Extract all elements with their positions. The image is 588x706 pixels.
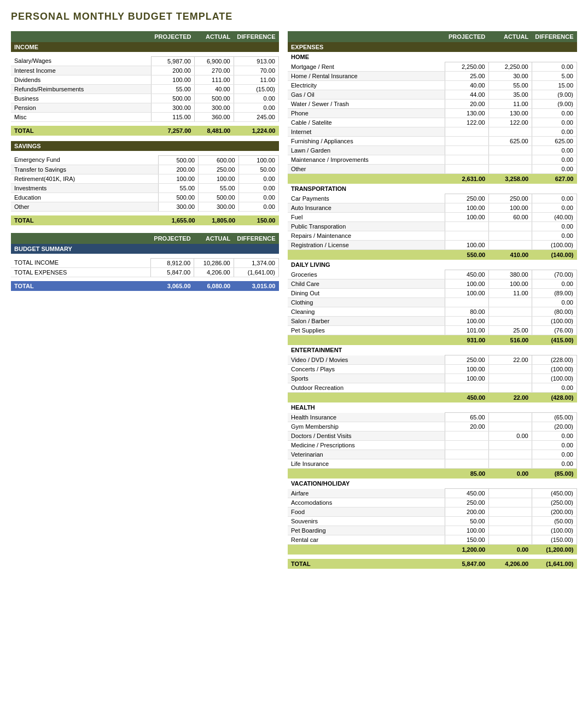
income-label-salary: Salary/Wages — [11, 56, 151, 66]
income-projected-salary[interactable]: 5,987.00 — [151, 56, 194, 66]
income-row-salary: Salary/Wages 5,987.00 6,900.00 913.00 — [11, 56, 279, 66]
summary-total-income-row: TOTAL INCOME 8,912.00 10,286.00 1,374.00 — [11, 258, 279, 267]
income-diff-salary: 913.00 — [234, 56, 278, 66]
savings-row-education: Education 500.00 500.00 0.00 — [11, 192, 279, 202]
expenses-section-label: EXPENSES — [288, 42, 577, 52]
entertainment-subsection: ENTERTAINMENT — [288, 345, 577, 355]
income-row-business: Business 500.00 500.00 0.00 — [11, 94, 279, 103]
income-col-projected: PROJECTED — [151, 31, 194, 42]
income-row-misc: Misc 115.00 360.00 245.00 — [11, 112, 279, 121]
savings-row-emergency: Emergency Fund 500.00 600.00 100.00 — [11, 155, 279, 165]
income-total-row: TOTAL 7,257.00 8,481.00 1,224.00 — [11, 126, 279, 136]
income-row-interest: Interest Income 200.00 270.00 70.00 — [11, 66, 279, 75]
expenses-table: PROJECTED ACTUAL DIFFERENCE EXPENSES HOM… — [288, 31, 577, 569]
income-row-pension: Pension 300.00 300.00 0.00 — [11, 103, 279, 112]
expenses-grand-total-row: TOTAL 5,847.00 4,206.00 (1,641.00) — [288, 559, 577, 569]
income-table: PROJECTED ACTUAL DIFFERENCE INCOME Salar… — [11, 31, 279, 136]
summary-grand-total-row: TOTAL 3,065.00 6,080.00 3,015.00 — [11, 281, 279, 291]
income-col-difference: DIFFERENCE — [234, 31, 278, 42]
savings-row-transfer: Transfer to Savings 200.00 250.00 50.00 — [11, 165, 279, 174]
savings-table: SAVINGS Emergency Fund 500.00 600.00 100… — [11, 141, 279, 225]
savings-total-row: TOTAL 1,655.00 1,805.00 150.00 — [11, 215, 279, 225]
page-title: PERSONAL MONTHLY BUDGET TEMPLATE — [11, 11, 577, 22]
vacation-total-row: 1,200.00 0.00 (1,200.00) — [288, 545, 577, 555]
vacation-subsection: VACATION/HOLIDAY — [288, 479, 577, 489]
transportation-subsection: TRANSPORTATION — [288, 184, 577, 194]
health-total-row: 85.00 0.00 (85.00) — [288, 469, 577, 479]
budget-summary-table: PROJECTED ACTUAL DIFFERENCE BUDGET SUMMA… — [11, 233, 279, 291]
income-row-refunds: Refunds/Reimbursements 55.00 40.00 (15.0… — [11, 84, 279, 94]
daily-living-total-row: 931.00 516.00 (415.00) — [288, 335, 577, 346]
savings-section-label: SAVINGS — [11, 141, 279, 151]
income-section-label: INCOME — [11, 42, 279, 52]
income-label-interest: Interest Income — [11, 66, 151, 75]
savings-row-other: Other 300.00 300.00 0.00 — [11, 202, 279, 211]
budget-summary-label: BUDGET SUMMARY — [11, 244, 279, 254]
entertainment-total-row: 450.00 22.00 (428.00) — [288, 393, 577, 403]
summary-total-expenses-row: TOTAL EXPENSES 5,847.00 4,206.00 (1,641.… — [11, 267, 279, 277]
left-panel: PROJECTED ACTUAL DIFFERENCE INCOME Salar… — [11, 31, 279, 291]
home-subsection: HOME — [288, 52, 577, 62]
income-col-label — [11, 31, 151, 42]
right-panel: PROJECTED ACTUAL DIFFERENCE EXPENSES HOM… — [288, 31, 577, 569]
daily-living-subsection: DAILY LIVING — [288, 260, 577, 270]
transportation-total-row: 550.00 410.00 (140.00) — [288, 250, 577, 260]
savings-row-retirement: Retirement(401K, IRA) 100.00 100.00 0.00 — [11, 174, 279, 183]
income-row-dividends: Dividends 100.00 111.00 11.00 — [11, 75, 279, 84]
income-actual-salary[interactable]: 6,900.00 — [194, 56, 234, 66]
home-total-row: 2,631.00 3,258.00 627.00 — [288, 174, 577, 184]
savings-row-investments: Investments 55.00 55.00 0.00 — [11, 183, 279, 192]
income-col-actual: ACTUAL — [194, 31, 234, 42]
health-subsection: HEALTH — [288, 402, 577, 413]
